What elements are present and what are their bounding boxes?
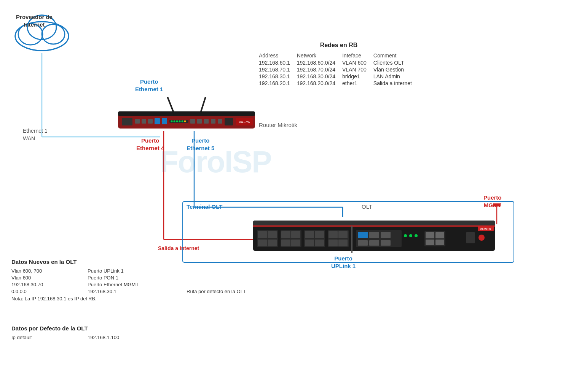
terminal-olt-label: Terminal OLT bbox=[187, 203, 222, 210]
table-cell: 192.168.70.1 bbox=[259, 66, 297, 73]
svg-rect-41 bbox=[204, 119, 209, 124]
datos-row: Vlan 600Puerto PON 1 bbox=[11, 275, 246, 281]
svg-rect-70 bbox=[351, 226, 352, 253]
svg-rect-51 bbox=[258, 231, 267, 238]
svg-rect-59 bbox=[291, 240, 300, 246]
svg-rect-43 bbox=[218, 119, 222, 124]
table-cell: 192.168.30.0/24 bbox=[297, 73, 342, 80]
puerto-mgmt-label: Puerto MGMT bbox=[483, 194, 502, 209]
svg-rect-72 bbox=[358, 232, 368, 238]
svg-rect-63 bbox=[305, 240, 314, 246]
datos-row: 0.0.0.0192.168.30.1Ruta por defecto en l… bbox=[11, 289, 246, 294]
svg-point-33 bbox=[171, 121, 173, 122]
svg-rect-26 bbox=[122, 118, 132, 125]
svg-rect-74 bbox=[381, 232, 391, 238]
table-cell: 192.168.20.0/24 bbox=[297, 80, 342, 87]
svg-rect-27 bbox=[135, 119, 140, 124]
svg-rect-75 bbox=[358, 240, 368, 246]
svg-text:MikroTik: MikroTik bbox=[239, 121, 250, 124]
table-cell: bridge1 bbox=[342, 73, 373, 80]
svg-rect-49 bbox=[253, 225, 495, 227]
svg-rect-57 bbox=[291, 231, 300, 238]
svg-point-80 bbox=[415, 234, 418, 237]
svg-rect-52 bbox=[268, 231, 277, 238]
svg-rect-44 bbox=[225, 118, 233, 125]
table-cell: 192.168.30.1 bbox=[259, 73, 297, 80]
router-mikrotik-label: Router Mikrotik bbox=[259, 122, 297, 128]
datos-col1: 0.0.0.0 bbox=[11, 289, 65, 294]
datos-col2: 192.168.30.1 bbox=[88, 289, 164, 294]
datos-col2: Puerto UPLink 1 bbox=[88, 268, 164, 274]
col-header-network: Network bbox=[297, 52, 342, 59]
svg-point-36 bbox=[179, 121, 181, 122]
svg-rect-67 bbox=[338, 231, 348, 238]
svg-rect-87 bbox=[466, 232, 475, 243]
svg-rect-77 bbox=[381, 240, 391, 246]
datos-col1: Vlan 600 bbox=[11, 275, 65, 281]
svg-rect-85 bbox=[435, 240, 444, 245]
datos-nota: Nota: La IP 192.168.30.1 es IP del RB. bbox=[11, 296, 246, 302]
svg-rect-73 bbox=[369, 232, 379, 238]
svg-rect-39 bbox=[190, 119, 195, 124]
svg-point-34 bbox=[174, 121, 175, 122]
svg-rect-76 bbox=[369, 240, 379, 246]
svg-rect-54 bbox=[268, 240, 277, 246]
svg-point-78 bbox=[404, 234, 407, 237]
svg-point-86 bbox=[478, 235, 485, 241]
defecto-col1: Ip default bbox=[11, 335, 65, 340]
col-header-interface: Inteface bbox=[342, 52, 373, 59]
watermark: ForoISP bbox=[160, 144, 271, 179]
datos-col1: 192.168.30.70 bbox=[11, 282, 65, 287]
table-cell: ether1 bbox=[342, 80, 373, 87]
datos-row: Vlan 600, 700Puerto UPLink 1 bbox=[11, 268, 246, 274]
datos-col3: Ruta por defecto en la OLT bbox=[187, 289, 246, 294]
puerto-uplink1-label: Puerto UPLink 1 bbox=[331, 255, 356, 270]
olt-device: cDATA bbox=[253, 217, 497, 255]
svg-rect-28 bbox=[142, 119, 146, 124]
svg-point-37 bbox=[182, 121, 183, 122]
svg-rect-61 bbox=[305, 231, 314, 238]
redes-rb-table: Address Network Inteface Comment 192.168… bbox=[259, 52, 419, 87]
salida-internet-label: Salida a Internet bbox=[158, 245, 199, 251]
table-cell: 192.168.20.1 bbox=[259, 80, 297, 87]
table-cell: VLAN 600 bbox=[342, 59, 373, 66]
puerto-eth5-label: Puerto Ethernet 5 bbox=[187, 137, 214, 152]
svg-rect-40 bbox=[197, 119, 202, 124]
datos-row: 192.168.30.70Puerto Ethernet MGMT bbox=[11, 282, 246, 287]
datos-defecto-title: Datos por Defecto de la OLT bbox=[11, 325, 119, 332]
datos-col2: Puerto Ethernet MGMT bbox=[88, 282, 164, 287]
svg-rect-48 bbox=[253, 221, 495, 226]
col-header-address: Address bbox=[259, 52, 297, 59]
datos-nuevos-title: Datos Nuevos en la OLT bbox=[11, 259, 246, 265]
svg-rect-53 bbox=[258, 240, 267, 246]
svg-rect-66 bbox=[329, 231, 338, 238]
svg-rect-83 bbox=[435, 232, 444, 238]
svg-text:cDATA: cDATA bbox=[480, 227, 491, 231]
datos-col2: Puerto PON 1 bbox=[88, 275, 164, 281]
svg-rect-25 bbox=[118, 111, 255, 116]
svg-point-38 bbox=[184, 121, 186, 122]
table-cell: 192.168.60.0/24 bbox=[297, 59, 342, 66]
datos-col1: Vlan 600, 700 bbox=[11, 268, 65, 274]
redes-rb-title: Redes en RB bbox=[259, 42, 419, 49]
datos-defecto-section: Datos por Defecto de la OLT Ip default19… bbox=[11, 325, 119, 340]
table-cell: 192.168.70.0/24 bbox=[297, 66, 342, 73]
svg-rect-29 bbox=[148, 119, 153, 124]
svg-rect-64 bbox=[315, 240, 324, 246]
svg-rect-31 bbox=[162, 118, 167, 124]
puerto-eth4-label: Puerto Ethernet 4 bbox=[136, 137, 164, 152]
table-cell: Vlan Gestion bbox=[373, 66, 419, 73]
olt-label: OLT bbox=[362, 203, 372, 210]
svg-point-79 bbox=[409, 234, 412, 237]
cloud-label: Proveedor de Internet bbox=[15, 13, 53, 28]
svg-rect-56 bbox=[281, 231, 290, 238]
table-cell: Salida a internet bbox=[373, 80, 419, 87]
table-cell: VLAN 700 bbox=[342, 66, 373, 73]
redes-rb-section: Redes en RB Address Network Inteface Com… bbox=[259, 42, 419, 87]
svg-rect-62 bbox=[315, 231, 324, 238]
table-cell: LAN Admin bbox=[373, 73, 419, 80]
table-cell: 192.168.60.1 bbox=[259, 59, 297, 66]
svg-line-23 bbox=[201, 97, 206, 111]
col-header-comment: Comment bbox=[373, 52, 419, 59]
svg-rect-68 bbox=[329, 240, 338, 246]
